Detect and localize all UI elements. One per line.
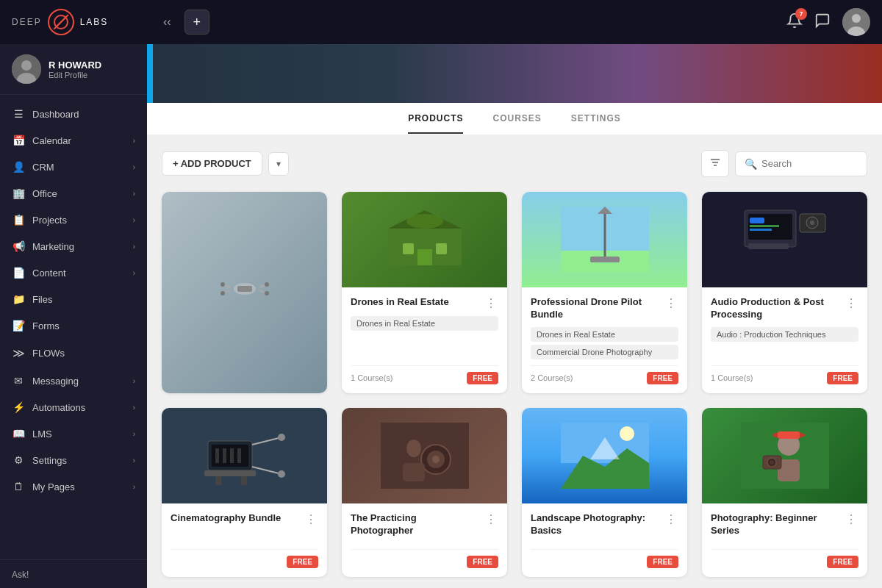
- sidebar-item-content[interactable]: 📄 Content ›: [0, 259, 147, 286]
- sidebar-item-dashboard[interactable]: ☰ Dashboard: [0, 101, 147, 127]
- product-header-4: Audio Production & Post Processing ⋮: [711, 296, 858, 321]
- collapse-sidebar-button[interactable]: ‹‹: [159, 11, 176, 33]
- product-menu-button-3[interactable]: ⋮: [664, 296, 678, 310]
- tab-products[interactable]: PRODUCTS: [408, 104, 463, 134]
- sidebar-item-settings[interactable]: ⚙ Settings ›: [0, 447, 147, 473]
- sidebar-item-my-pages[interactable]: 🗒 My Pages ›: [0, 473, 147, 500]
- product-card-2[interactable]: Drones in Real Estate ⋮ Drones in Real E…: [342, 192, 507, 393]
- product-card-4[interactable]: Audio Production & Post Processing ⋮ Aud…: [702, 192, 867, 393]
- product-thumbnail-8: [702, 408, 867, 503]
- product-card-1[interactable]: Commercial Drone Photography ⋮ Commercia…: [162, 192, 327, 393]
- sidebar-label-dashboard: Dashboard: [32, 109, 79, 120]
- price-badge-3: FREE: [647, 372, 678, 384]
- product-card-3[interactable]: Professional Drone Pilot Bundle ⋮ Drones…: [522, 192, 687, 393]
- sidebar-label-files: Files: [32, 294, 52, 305]
- product-card-8[interactable]: Photography: Beginner Series ⋮ FREE: [702, 408, 867, 577]
- product-body-2: Drones in Real Estate ⋮ Drones in Real E…: [342, 287, 507, 393]
- chevron-icon: ›: [133, 216, 135, 224]
- svg-point-6: [852, 14, 861, 23]
- svg-line-1: [55, 16, 67, 28]
- ask-section[interactable]: Ask!: [0, 559, 147, 588]
- logo-icon: [48, 9, 74, 35]
- notification-count: 7: [795, 8, 807, 20]
- filter-button[interactable]: [701, 150, 729, 177]
- content-area: + ADD PRODUCT ▾ 🔍: [147, 135, 882, 588]
- svg-rect-23: [403, 243, 414, 254]
- sidebar-item-calendar[interactable]: 📅 Calendar ›: [0, 127, 147, 154]
- main-content: ‹‹ + 7: [147, 0, 882, 588]
- sidebar-item-marketing[interactable]: 📢 Marketing ›: [0, 233, 147, 259]
- product-footer-4: 1 Course(s) FREE: [711, 365, 858, 384]
- svg-rect-50: [237, 448, 241, 463]
- add-button[interactable]: +: [184, 10, 209, 35]
- svg-rect-25: [417, 249, 432, 265]
- chevron-icon: ›: [133, 243, 135, 251]
- product-menu-button-2[interactable]: ⋮: [484, 296, 498, 310]
- sidebar-item-office[interactable]: 🏢 Office ›: [0, 180, 147, 207]
- app-logo[interactable]: DEEP LABS: [0, 0, 147, 44]
- product-body-7: Landscape Photography: Basics ⋮ FREE: [522, 503, 687, 577]
- sidebar-item-files[interactable]: 📁 Files: [0, 286, 147, 312]
- sidebar-item-forms[interactable]: 📝 Forms: [0, 312, 147, 339]
- product-card-5[interactable]: Cinematography Bundle ⋮ FREE: [162, 408, 327, 577]
- sidebar-item-crm[interactable]: 👤 CRM ›: [0, 154, 147, 180]
- svg-point-39: [810, 220, 814, 225]
- search-input[interactable]: [761, 158, 858, 169]
- sidebar-item-flows[interactable]: ≫ FLOWs: [0, 339, 147, 368]
- product-card-6[interactable]: The Practicing Photographer ⋮ FREE: [342, 408, 507, 577]
- sidebar-nav: ☰ Dashboard 📅 Calendar › 👤 CRM › 🏢 Offic…: [0, 95, 147, 559]
- chevron-icon: ›: [133, 137, 135, 145]
- product-footer-6: FREE: [351, 549, 498, 568]
- svg-rect-35: [750, 225, 779, 227]
- product-menu-button-6[interactable]: ⋮: [484, 512, 498, 526]
- product-thumbnail-4: [702, 192, 867, 287]
- product-menu-button-4[interactable]: ⋮: [844, 296, 858, 310]
- user-avatar-top[interactable]: [842, 8, 870, 36]
- svg-point-3: [21, 60, 32, 71]
- chevron-icon: ›: [133, 269, 135, 277]
- svg-rect-36: [750, 229, 772, 231]
- search-icon: 🔍: [745, 158, 757, 170]
- svg-rect-59: [403, 463, 425, 481]
- product-menu-button-8[interactable]: ⋮: [844, 512, 858, 526]
- course-count-4: 1 Course(s): [711, 373, 753, 382]
- search-box[interactable]: 🔍: [735, 151, 867, 176]
- messages-button[interactable]: [814, 12, 831, 32]
- product-tags-2: Drones in Real Estate: [351, 316, 498, 359]
- svg-rect-47: [215, 448, 219, 463]
- svg-rect-31: [590, 257, 620, 262]
- sidebar-item-projects[interactable]: 📋 Projects ›: [0, 207, 147, 233]
- svg-rect-34: [750, 218, 764, 223]
- notification-button[interactable]: 7: [786, 12, 803, 32]
- tab-settings[interactable]: SETTINGS: [571, 104, 621, 134]
- chevron-icon: ›: [133, 483, 135, 491]
- product-body-4: Audio Production & Post Processing ⋮ Aud…: [702, 287, 867, 393]
- sidebar-item-lms[interactable]: 📖 LMS ›: [0, 420, 147, 447]
- hero-banner: [147, 44, 882, 103]
- product-thumbnail-2: [342, 192, 507, 287]
- content-toolbar: + ADD PRODUCT ▾ 🔍: [162, 150, 867, 177]
- ask-button[interactable]: Ask!: [12, 570, 29, 580]
- edit-profile-link[interactable]: Edit Profile: [49, 71, 135, 79]
- svg-point-19: [220, 291, 225, 295]
- product-footer-5: FREE: [171, 549, 318, 568]
- product-tags-3: Drones in Real Estate Commercial Drone P…: [531, 327, 678, 359]
- product-body-3: Professional Drone Pilot Bundle ⋮ Drones…: [522, 287, 687, 393]
- sidebar-label-crm: CRM: [32, 162, 54, 173]
- svg-point-57: [432, 456, 440, 463]
- product-card-7[interactable]: Landscape Photography: Basics ⋮ FREE: [522, 408, 687, 577]
- product-menu-button-7[interactable]: ⋮: [664, 512, 678, 526]
- tab-bar: PRODUCTS COURSES SETTINGS: [147, 103, 882, 135]
- product-title-7: Landscape Photography: Basics: [531, 512, 659, 537]
- dropdown-button[interactable]: ▾: [268, 152, 289, 176]
- product-menu-button-5[interactable]: ⋮: [304, 512, 318, 526]
- tab-courses[interactable]: COURSES: [492, 104, 541, 134]
- sidebar-item-messaging[interactable]: ✉ Messaging ›: [0, 368, 147, 394]
- add-product-button[interactable]: + ADD PRODUCT: [162, 151, 262, 176]
- product-body-5: Cinematography Bundle ⋮ FREE: [162, 503, 327, 577]
- user-profile[interactable]: R HOWARD Edit Profile: [0, 44, 147, 95]
- lms-icon: 📖: [12, 428, 25, 440]
- price-badge-8: FREE: [827, 556, 858, 568]
- chevron-icon: ›: [133, 377, 135, 385]
- sidebar-item-automations[interactable]: ⚡ Automations ›: [0, 394, 147, 420]
